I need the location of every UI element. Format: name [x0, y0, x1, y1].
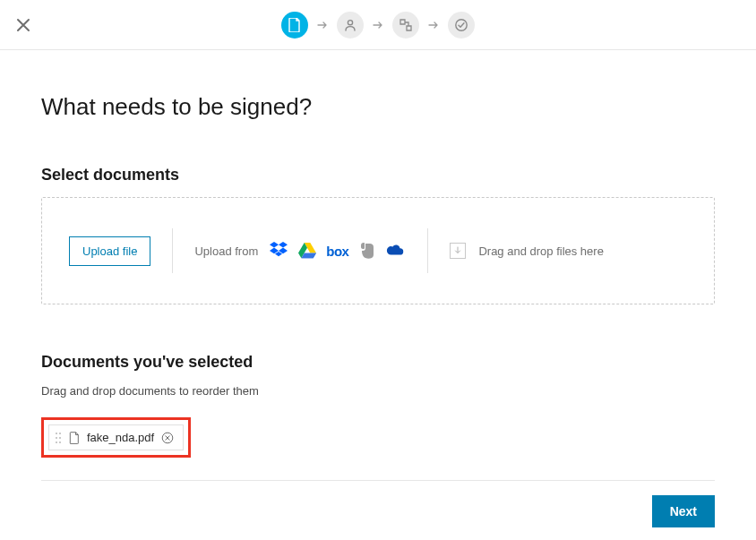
- select-documents-title: Select documents: [41, 166, 715, 184]
- provider-icons: box: [269, 241, 406, 261]
- svg-point-1: [456, 19, 467, 30]
- onedrive-icon: [386, 244, 406, 258]
- svg-point-3: [59, 433, 61, 434]
- footer: Next: [41, 480, 715, 540]
- google-drive-icon: [298, 243, 316, 259]
- stepper: [281, 12, 475, 39]
- topbar: [0, 0, 756, 50]
- provider-box[interactable]: box: [326, 241, 348, 261]
- drag-drop-text: Drag and drop files here: [478, 244, 603, 258]
- selected-document-row[interactable]: fake_nda.pdf: [48, 424, 184, 450]
- provider-evernote[interactable]: [357, 241, 377, 261]
- provider-google-drive[interactable]: [297, 241, 317, 261]
- evernote-icon: [359, 242, 375, 260]
- step-arrow-icon: [317, 21, 328, 30]
- svg-point-2: [56, 433, 57, 434]
- person-icon: [344, 19, 357, 31]
- svg-point-0: [348, 20, 352, 24]
- divider: [172, 228, 173, 273]
- selected-document-highlight: fake_nda.pdf: [41, 417, 191, 458]
- step-arrow-icon: [428, 21, 439, 30]
- svg-point-7: [59, 441, 61, 443]
- upload-dropzone[interactable]: Upload file Upload from box: [41, 197, 715, 304]
- svg-point-6: [56, 441, 57, 443]
- close-button[interactable]: [11, 13, 36, 38]
- dropbox-icon: [269, 242, 288, 260]
- upload-from-label: Upload from: [194, 244, 258, 258]
- upload-file-button[interactable]: Upload file: [69, 236, 150, 266]
- download-arrow-icon: [450, 243, 466, 259]
- reorder-hint: Drag and drop documents to reorder them: [41, 384, 715, 398]
- selected-documents-title: Documents you've selected: [41, 353, 715, 372]
- provider-dropbox[interactable]: [269, 241, 288, 261]
- box-icon: box: [326, 244, 348, 259]
- next-button[interactable]: Next: [652, 495, 715, 527]
- step-arrow-icon: [373, 21, 383, 30]
- step-person[interactable]: [337, 12, 364, 39]
- provider-onedrive[interactable]: [386, 241, 406, 261]
- close-icon: [16, 18, 30, 32]
- svg-point-5: [59, 437, 61, 439]
- page-title: What needs to be signed?: [41, 93, 715, 121]
- divider: [427, 228, 428, 273]
- document-icon: [69, 432, 80, 444]
- remove-circle-icon: [161, 432, 174, 444]
- sign-icon: [399, 19, 413, 31]
- drag-handle-icon[interactable]: [55, 432, 62, 444]
- document-icon: [288, 18, 301, 32]
- check-circle-icon: [454, 18, 468, 32]
- remove-document-button[interactable]: [161, 432, 174, 444]
- step-review[interactable]: [448, 12, 475, 39]
- document-filename: fake_nda.pdf: [87, 431, 154, 444]
- step-document[interactable]: [281, 12, 308, 39]
- svg-point-4: [56, 437, 57, 439]
- step-sign[interactable]: [392, 12, 419, 39]
